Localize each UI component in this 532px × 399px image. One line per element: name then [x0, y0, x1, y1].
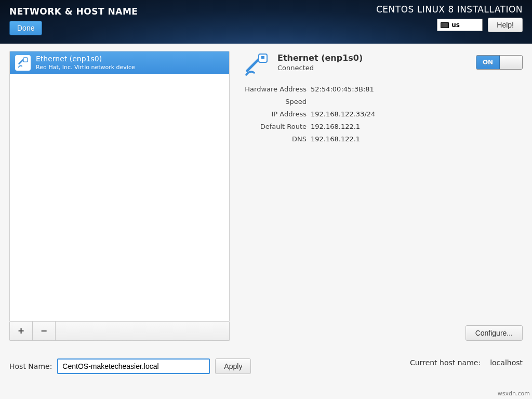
interface-subtitle: Red Hat, Inc. Virtio network device	[36, 64, 135, 71]
prop-label-route: Default Route	[244, 123, 307, 130]
header-bar: NETWORK & HOST NAME Done CENTOS LINUX 8 …	[0, 0, 532, 44]
toggle-knob	[500, 56, 522, 69]
configure-button[interactable]: Configure...	[466, 325, 523, 341]
hostname-label: Host Name:	[9, 362, 52, 370]
remove-interface-button[interactable]: −	[33, 322, 56, 340]
keyboard-layout-text: us	[451, 21, 460, 29]
prop-label-dns: DNS	[244, 135, 307, 143]
svg-rect-2	[261, 56, 264, 59]
add-interface-button[interactable]: +	[10, 322, 33, 340]
watermark: wsxdn.com	[498, 390, 530, 397]
interface-list-toolbar: + −	[9, 322, 230, 341]
prop-label-speed: Speed	[244, 98, 307, 105]
details-status: Connected	[277, 64, 363, 72]
done-button[interactable]: Done	[9, 21, 42, 35]
interface-list-item[interactable]: Ethernet (enp1s0) Red Hat, Inc. Virtio n…	[10, 51, 229, 74]
current-hostname-label: Current host name:	[410, 358, 481, 367]
help-button[interactable]: Help!	[488, 18, 523, 32]
interface-list[interactable]: Ethernet (enp1s0) Red Hat, Inc. Virtio n…	[9, 51, 230, 322]
prop-label-hw: Hardware Address	[244, 85, 307, 93]
interface-name: Ethernet (enp1s0)	[36, 55, 135, 64]
details-interface-name: Ethernet (enp1s0)	[277, 53, 363, 63]
prop-value-dns: 192.168.122.1	[311, 135, 523, 143]
prop-label-ip: IP Address	[244, 110, 307, 118]
details-properties: Hardware Address 52:54:00:45:3B:81 Speed…	[244, 85, 523, 143]
prop-value-hw: 52:54:00:45:3B:81	[311, 85, 523, 93]
install-title: CENTOS LINUX 8 INSTALLATION	[376, 4, 523, 15]
toggle-on-label: ON	[476, 56, 500, 69]
prop-value-ip: 192.168.122.33/24	[311, 110, 523, 118]
keyboard-layout-indicator[interactable]: us	[437, 19, 483, 31]
ethernet-icon	[15, 55, 31, 71]
header-right: CENTOS LINUX 8 INSTALLATION us Help!	[376, 4, 523, 32]
connection-toggle[interactable]: ON	[476, 55, 523, 70]
apply-hostname-button[interactable]: Apply	[215, 358, 251, 374]
prop-value-speed	[311, 98, 523, 105]
interface-details: Ethernet (enp1s0) Connected ON Hardware …	[244, 51, 523, 341]
current-hostname: Current host name: localhost	[410, 358, 523, 367]
keyboard-icon	[441, 22, 449, 28]
ethernet-icon	[244, 53, 270, 76]
prop-value-route: 192.168.122.1	[311, 123, 523, 130]
interface-panel: Ethernet (enp1s0) Red Hat, Inc. Virtio n…	[9, 51, 230, 341]
current-hostname-value: localhost	[490, 358, 523, 367]
content-area: Ethernet (enp1s0) Red Hat, Inc. Virtio n…	[0, 44, 532, 399]
svg-rect-0	[23, 58, 28, 62]
hostname-input[interactable]	[57, 358, 210, 374]
